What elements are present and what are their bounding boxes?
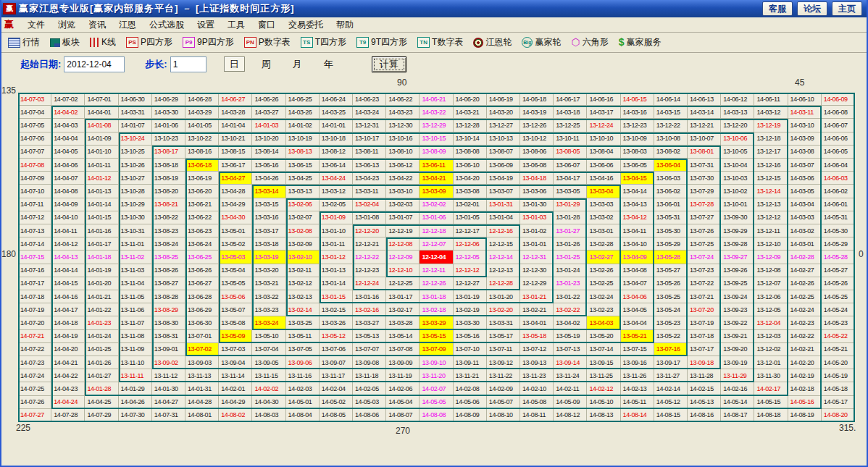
grid-cell: 13-11-05	[119, 290, 152, 303]
grid-cell: 13-11-24	[554, 369, 587, 382]
grid-cell: 13-06-11	[420, 159, 453, 172]
grid-cell: 13-12-20	[721, 119, 754, 132]
grid-cell: 14-05-21	[822, 343, 855, 356]
grid-cell: 13-10-30	[119, 211, 152, 224]
grid-cell: 14-02-01	[219, 382, 252, 395]
toolbar-button-T四方形[interactable]: TST四方形	[296, 36, 351, 49]
toolbar-button-板块[interactable]: 板块	[45, 36, 85, 49]
menu-item-7[interactable]: 窗口	[251, 19, 282, 31]
grid-cell: 13-01-02	[520, 224, 554, 237]
grid-cell: 14-02-23	[788, 316, 822, 329]
grid-cell: 13-10-18	[320, 132, 353, 146]
grid-cell: 14-01-05	[185, 119, 219, 132]
grid-cell: 14-06-20	[454, 93, 487, 106]
grid-cell: 13-05-22	[654, 330, 688, 343]
grid-cell: 13-11-06	[119, 303, 152, 316]
menu-item-0[interactable]: 文件	[21, 19, 51, 31]
unit-toggle-年[interactable]: 年	[319, 57, 338, 71]
grid-cell: 13-10-25	[119, 146, 152, 159]
grid-cell: 14-08-14	[621, 409, 654, 422]
grid-cell: 13-12-07	[754, 277, 788, 290]
home-button[interactable]: 主页	[832, 1, 862, 16]
toolbar-button-六角形[interactable]: ⬡六角形	[566, 36, 613, 49]
grid-cell: 13-02-14	[286, 303, 320, 316]
grid-cell: 13-10-26	[119, 159, 152, 172]
grid-cell: 14-05-24	[822, 303, 855, 316]
grid-cell: 13-04-03	[587, 316, 620, 329]
grid-cell: 14-02-24	[788, 303, 822, 316]
grid-cell: 14-02-05	[353, 382, 386, 395]
grid-cell: 14-07-21	[18, 330, 51, 343]
customer-service-button[interactable]: 客服	[762, 1, 793, 16]
menu-item-3[interactable]: 江恩	[112, 19, 143, 31]
grid-cell: 14-03-02	[788, 224, 822, 237]
toolbar-button-K线[interactable]: K线	[85, 36, 121, 49]
grid-cell: 14-03-19	[520, 106, 554, 119]
menu-item-6[interactable]: 工具	[221, 19, 251, 31]
toolbar-button-9T四方形[interactable]: T99T四方形	[351, 36, 412, 49]
toolbar-button-P数字表[interactable]: PNP数字表	[239, 36, 296, 49]
unit-toggle-周[interactable]: 周	[256, 57, 276, 71]
grid-cell: 13-08-10	[386, 146, 420, 159]
grid-cell: 14-04-27	[152, 396, 185, 409]
grid-cell: 13-12-15	[754, 172, 788, 185]
grid-cell: 13-06-28	[185, 290, 219, 303]
grid-cell: 13-06-24	[185, 237, 219, 251]
toolbar-button-赢家轮[interactable]: Big赢家轮	[517, 36, 566, 49]
grid-cell: 13-10-31	[119, 224, 152, 237]
grid-cell: 14-08-01	[185, 409, 219, 422]
step-input[interactable]	[170, 56, 206, 72]
grid-cell: 14-04-02	[51, 106, 85, 119]
grid-cell: 14-06-16	[587, 93, 620, 106]
toolbar-label: T四方形	[315, 36, 346, 49]
grid-cell: 14-05-27	[822, 264, 855, 277]
toolbar-button-P四方形[interactable]: PSP四方形	[121, 36, 178, 49]
menu-item-1[interactable]: 浏览	[51, 19, 82, 31]
grid-cell: 14-07-12	[18, 211, 51, 224]
grid-cell: 13-07-23	[688, 264, 721, 277]
menu-item-8[interactable]: 交易委托	[282, 19, 330, 31]
grid-cell: 13-01-19	[454, 290, 487, 303]
angle-label-270: 270	[396, 426, 410, 436]
grid-cell: 12-12-13	[487, 264, 520, 277]
grid-cell: 13-06-18	[185, 159, 219, 172]
unit-toggle-日[interactable]: 日	[224, 56, 245, 72]
grid-cell: 13-06-08	[520, 159, 554, 172]
start-date-input[interactable]	[64, 56, 125, 72]
grid-cell: 14-06-19	[487, 93, 520, 106]
calculate-button[interactable]: 计算	[372, 56, 406, 72]
window-frame-left	[0, 0, 1, 467]
forum-button[interactable]: 论坛	[797, 1, 827, 16]
grid-cell: 13-08-31	[152, 330, 185, 343]
toolbar-button-行情[interactable]: 行情	[3, 36, 45, 49]
grid-cell: 13-08-12	[320, 146, 353, 159]
toolbar-button-9P四方形[interactable]: P99P四方形	[178, 36, 239, 49]
grid-cell: 14-01-20	[85, 277, 118, 290]
grid-cell: 14-04-18	[51, 316, 85, 329]
menu-item-4[interactable]: 公式选股	[143, 19, 191, 31]
toolbar-button-T数字表[interactable]: TNT数字表	[412, 36, 468, 49]
grid-cell: 13-12-31	[353, 119, 386, 132]
grid-cell: 14-03-10	[788, 119, 822, 132]
grid-cell: 13-11-27	[654, 369, 688, 382]
grid-cell: 13-10-17	[353, 132, 386, 146]
grid-cell: 13-07-02	[185, 343, 219, 356]
grid-cell: 13-03-01	[587, 224, 620, 237]
grid-cell: 13-10-15	[420, 132, 453, 146]
toolbar-button-江恩轮[interactable]: 江恩轮	[468, 36, 517, 49]
grid-cell: 13-06-06	[587, 159, 620, 172]
grid-cell: 14-07-31	[152, 409, 185, 422]
control-bar: 起始日期: 步长: 日周月年 计算	[0, 52, 868, 77]
grid-cell: 14-07-17	[18, 277, 51, 290]
grid-cell: 14-03-01	[788, 237, 822, 251]
grid-cell: 13-01-31	[487, 198, 520, 211]
grid-cell: 13-01-26	[554, 237, 587, 251]
grid-cell: 14-07-04	[18, 106, 51, 119]
toolbar-button-赢家服务[interactable]: $赢家服务	[614, 36, 667, 49]
grid-cell: 14-01-31	[185, 382, 219, 395]
grid-cell: 13-02-24	[587, 290, 620, 303]
unit-toggle-月[interactable]: 月	[288, 57, 307, 71]
menu-item-2[interactable]: 资讯	[82, 19, 112, 31]
menu-item-9[interactable]: 帮助	[330, 19, 360, 31]
menu-item-5[interactable]: 设置	[191, 19, 221, 31]
